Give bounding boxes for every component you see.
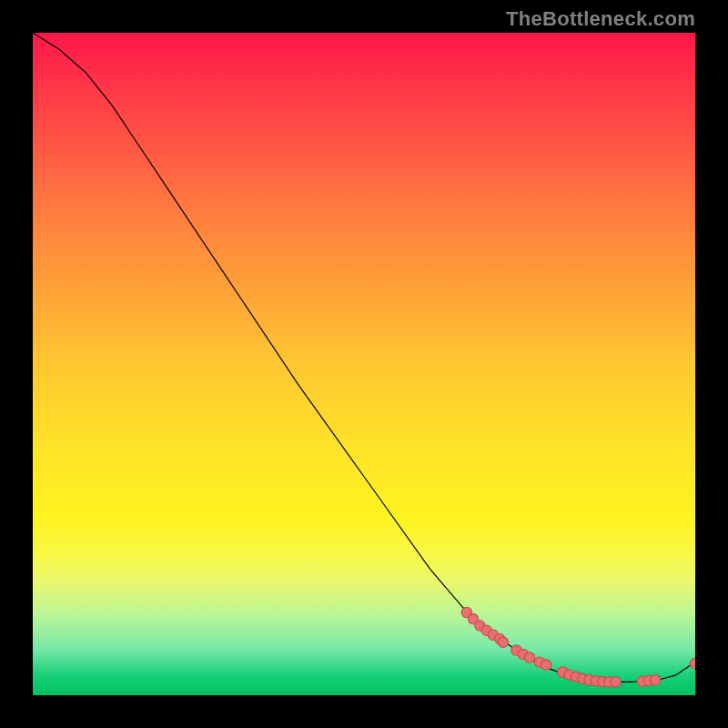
- chart-svg: [33, 33, 695, 695]
- scatter-points: [461, 607, 695, 687]
- chart-container: TheBottleneck.com: [0, 0, 728, 728]
- scatter-point: [524, 652, 534, 662]
- scatter-point: [611, 677, 621, 687]
- scatter-point: [541, 660, 551, 670]
- attribution-watermark: TheBottleneck.com: [506, 7, 695, 31]
- curve-line: [33, 33, 695, 682]
- scatter-point: [498, 637, 508, 647]
- plot-area: [33, 33, 695, 695]
- scatter-point: [690, 658, 695, 668]
- scatter-point: [651, 675, 661, 685]
